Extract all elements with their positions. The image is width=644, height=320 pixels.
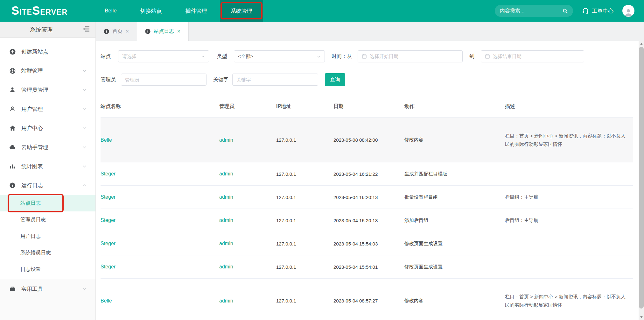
admin-input[interactable] <box>121 74 206 86</box>
admin-link[interactable]: admin <box>219 217 233 223</box>
chevron-up-icon <box>82 183 87 188</box>
workorder-center-button[interactable]: 工单中心 <box>582 7 613 15</box>
sidebar-item[interactable]: 统计图表 <box>0 157 95 176</box>
sidebar-item[interactable]: 实用工具 <box>0 279 95 298</box>
date-to-input[interactable]: 选择结束日期 <box>481 50 584 62</box>
top-nav-item[interactable]: 插件管理 <box>175 0 218 22</box>
site-name-link[interactable]: Steger <box>101 241 116 246</box>
sidebar-item-label: 实用工具 <box>21 285 43 293</box>
site-name-link[interactable]: Steger <box>101 171 116 176</box>
sidebar-subitem[interactable]: 系统错误日志 <box>0 245 95 261</box>
chevron-down-icon <box>82 287 87 291</box>
log-date: 2023-05-04 15:54:01 <box>333 264 404 270</box>
table-row: Belleadmin127.0.0.12023-05-04 08:57:27修改… <box>101 279 633 320</box>
close-icon[interactable]: × <box>126 29 129 34</box>
filter-row-1: 站点 请选择 类型 <全部> 时间：从 选择开始日期 到 选择结束日期 <box>101 50 633 62</box>
tab-item[interactable]: 首页× <box>96 22 137 41</box>
table-row: Stegeradmin127.0.0.12023-05-04 15:54:01修… <box>101 255 633 279</box>
sidebar-item[interactable]: 站群管理 <box>0 61 95 80</box>
log-action: 修改内容 <box>404 137 505 143</box>
admin-link-cell: admin <box>219 217 276 223</box>
admin-link[interactable]: admin <box>219 137 233 143</box>
log-date: 2023-05-04 15:54:03 <box>333 241 404 246</box>
sidebar-subitem[interactable]: 管理员日志 <box>0 211 95 228</box>
admin-link[interactable]: admin <box>219 264 233 269</box>
admin-link[interactable]: admin <box>219 298 233 303</box>
plus-circle-icon <box>9 49 16 55</box>
sidebar-subitem-label: 系统错误日志 <box>20 250 51 256</box>
table-column-header: 管理员 <box>219 103 276 110</box>
log-description: 栏目：首页 > 新闻中心 > 新闻资讯，内容标题：以不负人民的实际行动彰显家国情… <box>505 132 633 148</box>
chevron-down-icon <box>82 107 87 111</box>
user-outline-icon <box>9 106 16 112</box>
query-button[interactable]: 查询 <box>325 73 345 86</box>
admin-link[interactable]: admin <box>219 171 233 176</box>
top-nav-item[interactable]: 切换站点 <box>130 0 173 22</box>
ip-address: 127.0.0.1 <box>276 264 333 270</box>
siteserver-logo[interactable]: SITESERVER <box>0 4 93 18</box>
sidebar-subitem-label: 管理员日志 <box>20 217 46 223</box>
site-name-link-cell: Belle <box>101 137 219 143</box>
collapse-sidebar-icon[interactable] <box>83 26 90 32</box>
sidebar-subitem-label: 日志设置 <box>20 266 41 273</box>
site-name-link[interactable]: Belle <box>101 298 112 303</box>
time-from-label: 时间：从 <box>332 53 352 60</box>
logo-text: ITE <box>19 8 32 16</box>
site-name-link[interactable]: Steger <box>101 194 116 200</box>
sidebar-item[interactable]: 管理员管理 <box>0 80 95 99</box>
search-icon[interactable] <box>563 8 568 14</box>
scrollbar-down-arrow[interactable] <box>639 314 644 320</box>
table-column-header: 日期 <box>333 103 404 110</box>
info-circle-icon <box>104 29 109 34</box>
sidebar-item[interactable]: 用户中心 <box>0 118 95 138</box>
sidebar-item[interactable]: 云助手管理 <box>0 138 95 157</box>
ip-address: 127.0.0.1 <box>276 171 333 177</box>
site-name-link-cell: Steger <box>101 194 219 200</box>
close-icon[interactable]: × <box>177 29 180 34</box>
sidebar: 系统管理 创建新站点站群管理管理员管理用户管理用户中心云助手管理统计图表运行日志… <box>0 22 96 320</box>
tab-bar: 首页×站点日志× <box>96 22 644 41</box>
sidebar-bottom-section: 实用工具 <box>0 279 95 320</box>
site-name-link[interactable]: Belle <box>101 137 112 143</box>
site-name-link-cell: Steger <box>101 217 219 223</box>
person-icon <box>624 7 633 17</box>
workorder-label: 工单中心 <box>592 7 613 15</box>
admin-link[interactable]: admin <box>219 194 233 200</box>
type-filter-label: 类型 <box>217 53 227 60</box>
date-from-input[interactable]: 选择开始日期 <box>358 50 463 62</box>
log-action: 修改页面生成设置 <box>404 264 505 270</box>
site-select[interactable]: 请选择 <box>118 50 209 62</box>
sidebar-subitem[interactable]: 用户日志 <box>0 228 95 245</box>
tab-item[interactable]: 站点日志× <box>137 22 189 41</box>
site-name-link[interactable]: Steger <box>101 264 116 269</box>
keyword-input[interactable] <box>232 74 318 86</box>
chevron-down-icon <box>82 145 87 149</box>
type-select[interactable]: <全部> <box>234 50 325 62</box>
bar-chart-icon <box>9 163 16 169</box>
admin-link-cell: admin <box>219 171 276 177</box>
top-nav-item[interactable]: 系统管理 <box>220 0 263 22</box>
sidebar-subitem[interactable]: 站点日志 <box>0 195 95 211</box>
content-search-box[interactable]: 内容搜索... <box>495 5 573 17</box>
site-name-link-cell: Steger <box>101 264 219 270</box>
log-date: 2023-05-04 16:21:22 <box>333 171 404 177</box>
admin-filter-label: 管理员 <box>101 76 116 83</box>
admin-link[interactable]: admin <box>219 241 233 246</box>
tab-label: 站点日志 <box>154 28 174 35</box>
table-row: Stegeradmin127.0.0.12023-05-04 16:20:13批… <box>101 186 633 209</box>
sidebar-item[interactable]: 用户管理 <box>0 99 95 118</box>
top-nav-item[interactable]: Belle <box>94 0 128 22</box>
chevron-down-icon <box>201 54 205 59</box>
table-column-header: IP地址 <box>276 103 333 110</box>
sidebar-item[interactable]: 运行日志 <box>0 176 95 195</box>
vertical-scrollbar[interactable] <box>639 41 644 320</box>
log-description: 栏目：首页 > 新闻中心 > 新闻资讯，内容标题：以不负人民的实际行动彰显家国情… <box>505 293 633 309</box>
scrollbar-up-arrow[interactable] <box>639 41 644 46</box>
sidebar-item[interactable]: 创建新站点 <box>0 42 95 61</box>
scrollbar-thumb[interactable] <box>639 47 644 309</box>
sidebar-subitem[interactable]: 日志设置 <box>0 261 95 278</box>
sidebar-subitem-label: 用户日志 <box>20 233 41 240</box>
admin-link-cell: admin <box>219 137 276 143</box>
site-name-link[interactable]: Steger <box>101 217 116 223</box>
avatar[interactable] <box>622 5 634 17</box>
